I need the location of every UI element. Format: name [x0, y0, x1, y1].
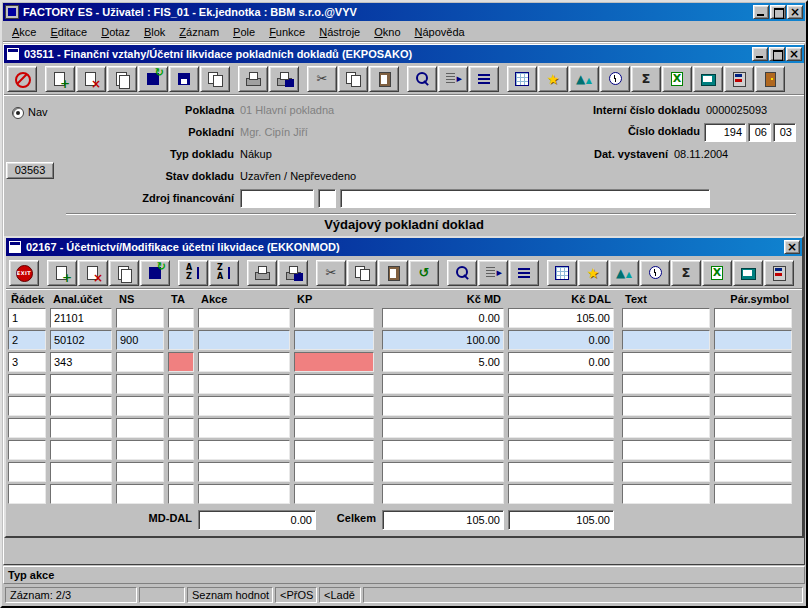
- save-refresh-button[interactable]: [138, 66, 168, 92]
- cell-ta[interactable]: [168, 440, 194, 460]
- ekposako-minimize-button[interactable]: [752, 47, 768, 61]
- delete-record-button[interactable]: [78, 260, 108, 286]
- sum-button[interactable]: [671, 260, 701, 286]
- cell-ns[interactable]: [116, 484, 164, 504]
- cell-ns[interactable]: [116, 396, 164, 416]
- cut-button[interactable]: [316, 260, 346, 286]
- zdroj-financovani-flag-field[interactable]: [318, 189, 336, 208]
- cut-button[interactable]: [307, 66, 337, 92]
- cell-kc-dal[interactable]: 0.00: [508, 330, 614, 350]
- cell-par-symbol[interactable]: [714, 352, 792, 372]
- cell-radek[interactable]: [8, 462, 46, 482]
- grid-button[interactable]: [507, 66, 537, 92]
- cell-kc-dal[interactable]: 0.00: [508, 352, 614, 372]
- cell-par-symbol[interactable]: [714, 374, 792, 394]
- cell-par-symbol[interactable]: [714, 330, 792, 350]
- cell-kp[interactable]: [294, 330, 374, 350]
- zdroj-financovani-code-field[interactable]: [240, 189, 314, 208]
- print-preview-button[interactable]: [278, 260, 308, 286]
- cell-akce[interactable]: [198, 484, 290, 504]
- cell-text[interactable]: [622, 352, 710, 372]
- cell-akce[interactable]: [198, 440, 290, 460]
- zdroj-financovani-name-field[interactable]: [340, 189, 710, 208]
- cell-anal-ucet[interactable]: [50, 418, 112, 438]
- menu-item[interactable]: Dotaz: [94, 23, 137, 41]
- print-button[interactable]: [238, 66, 268, 92]
- cell-ns[interactable]: [116, 352, 164, 372]
- cell-radek[interactable]: [8, 374, 46, 394]
- cell-par-symbol[interactable]: [714, 484, 792, 504]
- chart-button[interactable]: [569, 66, 599, 92]
- execute-query-button[interactable]: [438, 66, 468, 92]
- cell-akce[interactable]: [198, 418, 290, 438]
- timer-button[interactable]: [640, 260, 670, 286]
- cislo-dokladu-field-3[interactable]: 03: [773, 123, 796, 142]
- cislo-dokladu-field-2[interactable]: 06: [748, 123, 771, 142]
- print-button[interactable]: [247, 260, 277, 286]
- paste-button[interactable]: [378, 260, 408, 286]
- cell-kc-dal[interactable]: [508, 418, 614, 438]
- cell-radek[interactable]: [8, 440, 46, 460]
- insert-record-button[interactable]: [45, 66, 75, 92]
- cell-kp[interactable]: [294, 308, 374, 328]
- cell-radek[interactable]: 1: [8, 308, 46, 328]
- cell-par-symbol[interactable]: [714, 308, 792, 328]
- cell-akce[interactable]: [198, 352, 290, 372]
- cell-anal-ucet[interactable]: 50102: [50, 330, 112, 350]
- cell-text[interactable]: [622, 308, 710, 328]
- favorites-button[interactable]: [538, 66, 568, 92]
- menu-item[interactable]: Akce: [5, 23, 43, 41]
- menu-item[interactable]: Pole: [226, 23, 262, 41]
- menu-item[interactable]: Nástroje: [312, 23, 367, 41]
- grid-button[interactable]: [547, 260, 577, 286]
- cell-text[interactable]: [622, 374, 710, 394]
- cell-ta[interactable]: [168, 374, 194, 394]
- cell-kp[interactable]: [294, 440, 374, 460]
- cell-text[interactable]: [622, 440, 710, 460]
- calculator-button[interactable]: [764, 260, 794, 286]
- cell-kc-md[interactable]: [382, 396, 504, 416]
- sort-asc-button[interactable]: [178, 260, 208, 286]
- notes-button[interactable]: [733, 260, 763, 286]
- undo-button[interactable]: [409, 260, 439, 286]
- cell-kc-md[interactable]: [382, 418, 504, 438]
- cell-par-symbol[interactable]: [714, 418, 792, 438]
- cell-akce[interactable]: [198, 396, 290, 416]
- cell-radek[interactable]: 2: [8, 330, 46, 350]
- cell-text[interactable]: [622, 330, 710, 350]
- cell-anal-ucet[interactable]: [50, 484, 112, 504]
- main-titlebar[interactable]: FACTORY ES - Uživatel : FIS_01 - Ek.jedn…: [3, 3, 805, 21]
- cell-ta[interactable]: [168, 462, 194, 482]
- cell-ns[interactable]: [116, 374, 164, 394]
- cell-kp[interactable]: [294, 418, 374, 438]
- cell-ns[interactable]: [116, 440, 164, 460]
- save-refresh-button[interactable]: [140, 260, 170, 286]
- ekposako-titlebar[interactable]: 03511 - Finanční vztahy/Účetní likvidace…: [4, 45, 804, 63]
- cell-text[interactable]: [622, 484, 710, 504]
- execute-query-button[interactable]: [478, 260, 508, 286]
- calculator-button[interactable]: [724, 66, 754, 92]
- duplicate-button[interactable]: [200, 66, 230, 92]
- cell-akce[interactable]: [198, 374, 290, 394]
- cell-akce[interactable]: [198, 308, 290, 328]
- save-button[interactable]: [169, 66, 199, 92]
- cell-kc-md[interactable]: [382, 374, 504, 394]
- chart-button[interactable]: [609, 260, 639, 286]
- cell-kc-dal[interactable]: [508, 396, 614, 416]
- cell-ta[interactable]: [168, 484, 194, 504]
- notes-button[interactable]: [693, 66, 723, 92]
- delete-record-button[interactable]: [76, 66, 106, 92]
- cell-akce[interactable]: [198, 462, 290, 482]
- cell-kc-md[interactable]: [382, 462, 504, 482]
- form-number-button[interactable]: 03563: [6, 162, 54, 179]
- ekkonmod-close-button[interactable]: [784, 240, 800, 254]
- minimize-button[interactable]: [753, 5, 769, 19]
- ekposako-close-button[interactable]: [786, 47, 802, 61]
- exit-form-button[interactable]: [755, 66, 785, 92]
- cell-kp[interactable]: [294, 484, 374, 504]
- cell-kc-md[interactable]: 100.00: [382, 330, 504, 350]
- cell-ns[interactable]: 900: [116, 330, 164, 350]
- menu-item[interactable]: Nápověda: [408, 23, 472, 41]
- cell-anal-ucet[interactable]: 343: [50, 352, 112, 372]
- sort-button[interactable]: [509, 260, 539, 286]
